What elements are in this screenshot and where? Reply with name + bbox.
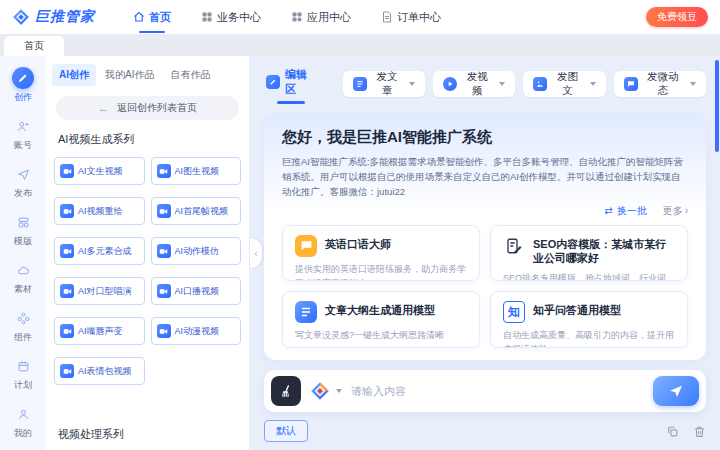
ai-tool-button[interactable]: AI视频重绘	[54, 197, 145, 225]
logo-icon	[12, 8, 30, 26]
send-button[interactable]	[653, 376, 699, 406]
top-navbar: 巨推管家 首页 业务中心 应用中心 订单中心 免费领豆	[0, 0, 720, 34]
rail-label: 账号	[14, 139, 32, 152]
rail-label: 发布	[14, 187, 32, 200]
tab-edit-area[interactable]: 编辑区	[264, 64, 319, 104]
swap-icon: ⇄	[604, 205, 612, 216]
logo-text: 巨推管家	[35, 8, 95, 26]
more-link[interactable]: 更多 ›	[663, 204, 688, 218]
app-logo[interactable]: 巨推管家	[12, 8, 95, 26]
trash-icon[interactable]	[693, 425, 706, 438]
clear-context-button[interactable]	[271, 376, 301, 406]
nav-label: 订单中心	[397, 10, 441, 25]
publish-moments-button[interactable]: 发微动态	[614, 71, 706, 97]
ai-tool-button[interactable]: AI多元素合成	[54, 237, 145, 265]
orders-icon	[381, 11, 393, 23]
ai-tool-button[interactable]: AI嘴唇声变	[54, 317, 145, 345]
model-selector[interactable]	[310, 381, 342, 401]
video-camera-icon	[60, 164, 74, 178]
model-card[interactable]: SEO内容模版：某城市某行业公司哪家好 SEO排名专用模版，抢占地域词、行业词、…	[490, 225, 688, 282]
chat-bubble-icon	[624, 77, 638, 91]
back-to-list-button[interactable]: ← 返回创作列表首页	[56, 96, 239, 120]
editor-toolbar: 编辑区 发文章 发视频 发图文 发微动态	[264, 62, 706, 114]
ai-tool-button[interactable]: AI首尾帧视频	[151, 197, 242, 225]
nav-app-center[interactable]: 应用中心	[277, 0, 365, 34]
model-card[interactable]: 文章大纲生成通用模型 写文章没灵感?一键生成大纲思路清晰	[282, 291, 480, 348]
user-icon	[12, 403, 34, 425]
page-tabbar: 首页	[0, 34, 720, 56]
scrollbar[interactable]	[715, 60, 719, 152]
tab-own-works[interactable]: 自有作品	[163, 64, 217, 86]
ai-tool-button[interactable]: AI图生视频	[151, 157, 242, 185]
rail-item-template[interactable]: 模版	[0, 206, 46, 254]
ai-tool-button[interactable]: AI动作模仿	[151, 237, 242, 265]
prompt-input[interactable]	[351, 385, 644, 397]
tab-home[interactable]: 首页	[4, 36, 64, 56]
outline-doc-icon	[295, 301, 317, 323]
edit-area-icon	[266, 75, 280, 89]
rail-item-component[interactable]: 组件	[0, 302, 46, 350]
copy-icon[interactable]	[666, 425, 679, 438]
ai-tool-button[interactable]: AI口播视频	[151, 277, 242, 305]
nav-order-center[interactable]: 订单中心	[367, 0, 455, 34]
seo-doc-icon	[503, 235, 525, 257]
welcome-panel: 您好，我是巨推AI智能推广系统 巨推AI智能推广系统:多能根据需求场景智能创作、…	[264, 114, 706, 360]
jutui-admin-app: 巨推管家 首页 业务中心 应用中心 订单中心 免费领豆 首页 创作	[0, 0, 720, 450]
sidebar-collapse-handle[interactable]: ‹	[250, 238, 262, 268]
rail-label: 模版	[14, 235, 32, 248]
rail-item-profile[interactable]: 我的	[0, 398, 46, 446]
image-icon	[533, 77, 547, 91]
publish-video-button[interactable]: 发视频	[433, 71, 515, 97]
swap-batch-link[interactable]: ⇄ 换一批	[604, 204, 646, 218]
page-title: 您好，我是巨推AI智能推广系统	[282, 128, 688, 147]
default-mode-button[interactable]: 默认	[264, 420, 308, 442]
video-camera-icon	[157, 324, 171, 338]
ai-tool-button[interactable]: AI文生视频	[54, 157, 145, 185]
account-icon	[12, 115, 34, 137]
model-card-grid: 英语口语大师 提供实用的英语口语陪练服务，助力商务学习者提高口语能力 SEO内容…	[282, 225, 688, 348]
nav-label: 首页	[149, 10, 171, 25]
nav-home[interactable]: 首页	[119, 0, 185, 34]
rail-label: 素材	[14, 283, 32, 296]
rail-item-account[interactable]: 账号	[0, 110, 46, 158]
nav-business-center[interactable]: 业务中心	[187, 0, 275, 34]
app-body: 创作 账号 发布 模版 素材 组件	[0, 56, 720, 450]
free-beans-badge[interactable]: 免费领豆	[646, 7, 708, 27]
main-content: ‹ 编辑区 发文章 发视频 发图文	[250, 56, 720, 450]
video-camera-icon	[60, 284, 74, 298]
video-camera-icon	[157, 284, 171, 298]
broom-icon	[279, 384, 294, 399]
collapse-icon: ‹	[254, 248, 257, 259]
model-card[interactable]: 英语口语大师 提供实用的英语口语陪练服务，助力商务学习者提高口语能力	[282, 225, 480, 282]
ai-tool-button[interactable]: AI表情包视频	[54, 357, 145, 385]
send-icon	[668, 383, 684, 399]
model-card[interactable]: 知 知乎问答通用模型 自动生成高质量、高吸引力的内容，提升用户阅读体验	[490, 291, 688, 348]
chevron-down-icon	[336, 389, 342, 393]
chevron-right-icon: ›	[685, 205, 688, 216]
video-camera-icon	[60, 324, 74, 338]
video-camera-icon	[157, 244, 171, 258]
nav-label: 应用中心	[307, 10, 351, 25]
ai-tool-button[interactable]: AI动漫视频	[151, 317, 242, 345]
rail-label: 创作	[14, 91, 32, 104]
component-icon	[12, 307, 34, 329]
edit-tab-label: 编辑区	[285, 67, 317, 97]
rail-item-publish[interactable]: 发布	[0, 158, 46, 206]
tab-my-ai-works[interactable]: 我的AI作品	[98, 64, 161, 86]
chevron-down-icon	[590, 82, 596, 86]
rail-item-plan[interactable]: 计划	[0, 350, 46, 398]
ai-tool-button[interactable]: AI对口型唱演	[54, 277, 145, 305]
video-camera-icon	[60, 364, 74, 378]
system-description: 巨推AI智能推广系统:多能根据需求场景智能创作、多平台多账号管理、自动化推广的智…	[282, 154, 688, 200]
template-icon	[12, 211, 34, 233]
rail-item-material[interactable]: 素材	[0, 254, 46, 302]
article-icon	[353, 77, 367, 91]
zhihu-icon: 知	[503, 301, 525, 323]
rail-item-create[interactable]: 创作	[0, 62, 46, 110]
video-camera-icon	[60, 244, 74, 258]
publish-image-text-button[interactable]: 发图文	[523, 71, 605, 97]
tab-ai-creation[interactable]: AI创作	[52, 64, 96, 86]
publish-article-button[interactable]: 发文章	[343, 71, 425, 97]
play-icon	[443, 77, 457, 91]
calendar-icon	[12, 355, 34, 377]
